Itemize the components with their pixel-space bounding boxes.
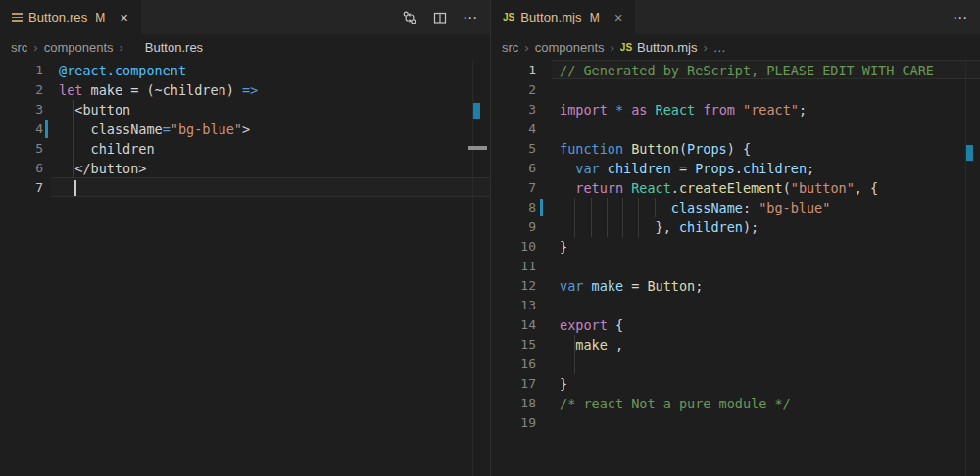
code-line[interactable]: 3 <button [0, 100, 490, 119]
tab-title: Button.res [28, 10, 87, 24]
text-cursor [74, 180, 76, 196]
code-text: export { [560, 315, 623, 335]
line-number: 2 [491, 80, 536, 100]
breadcrumb-folder[interactable]: src [502, 40, 518, 55]
code-line[interactable]: 15 make , [491, 335, 980, 355]
code-line[interactable]: 14export { [491, 315, 980, 335]
code-text: </button> [59, 159, 146, 178]
indent-guide [574, 355, 575, 374]
code-line[interactable]: 5 children [0, 139, 490, 159]
code-text: @react.component [59, 61, 186, 80]
code-line[interactable]: 18/* react Not a pure module */ [491, 394, 980, 413]
code-line[interactable]: 16 [491, 355, 980, 374]
javascript-file-icon: JS [620, 42, 632, 53]
code-line[interactable]: 4 className="bg-blue"> [0, 119, 490, 139]
code-text: className="bg-blue"> [59, 119, 250, 139]
line-number: 2 [0, 80, 43, 100]
code-line[interactable]: 6 var children = Props.children; [491, 159, 980, 178]
code-line[interactable]: 9 }, children); [491, 217, 980, 237]
line-number: 7 [0, 178, 43, 198]
breadcrumb-left: src › components › Button.res [0, 34, 490, 61]
code-text: } [560, 374, 567, 394]
modified-badge: M [590, 11, 600, 24]
line-number: 6 [491, 159, 536, 178]
line-number: 6 [0, 159, 43, 178]
chevron-right-icon: › [524, 40, 528, 55]
code-line[interactable]: 12var make = Button; [491, 276, 980, 296]
line-number: 13 [491, 296, 536, 315]
line-number: 14 [491, 315, 536, 335]
line-number: 7 [491, 178, 536, 198]
line-number: 5 [0, 139, 43, 159]
vscode-editor-area: Button.res M × ⋯ [0, 0, 980, 476]
tab-strip-right: JS Button.mjs M × ⋯ [491, 0, 980, 34]
modified-overview-marker [473, 103, 480, 119]
chevron-right-icon: › [120, 40, 123, 55]
line-number: 1 [0, 61, 43, 80]
editor-group-left: Button.res M × ⋯ [0, 0, 490, 476]
code-text: var make = Button; [560, 276, 703, 296]
code-line[interactable]: 2 [491, 80, 980, 100]
code-line[interactable]: 3import * as React from "react"; [491, 100, 980, 119]
cursor-overview-marker [468, 146, 487, 150]
code-line[interactable]: 10} [491, 237, 980, 257]
line-number: 3 [0, 100, 43, 119]
code-line[interactable]: 5function Button(Props) { [491, 139, 980, 159]
code-line[interactable]: 7 return React.createElement("button", { [491, 178, 980, 198]
modified-badge: M [95, 11, 105, 24]
code-line[interactable]: 13 [491, 296, 980, 315]
code-line[interactable]: 19 [491, 413, 980, 433]
code-line[interactable]: 2let make = (~children) => [0, 80, 490, 100]
line-number: 15 [491, 335, 536, 355]
more-actions-icon[interactable]: ⋯ [953, 9, 968, 26]
file-icon [129, 43, 140, 52]
line-number: 4 [491, 119, 536, 139]
code-text: // Generated by ReScript, PLEASE EDIT WI… [560, 61, 934, 80]
breadcrumb-folder[interactable]: components [535, 40, 605, 55]
code-editor-rescript[interactable]: 1@react.component2let make = (~children)… [0, 61, 490, 476]
open-changes-icon[interactable] [402, 10, 417, 25]
code-line[interactable]: 8 className: "bg-blue" [491, 198, 980, 217]
breadcrumb-folder[interactable]: src [11, 40, 27, 55]
code-line[interactable]: 17} [491, 374, 980, 394]
modified-overview-marker [966, 145, 973, 161]
line-number: 11 [491, 257, 536, 276]
more-actions-icon[interactable]: ⋯ [463, 9, 478, 26]
editor-group-right: JS Button.mjs M × ⋯ src › components › J… [490, 0, 980, 476]
line-number: 18 [491, 394, 536, 413]
code-text: } [560, 237, 567, 257]
line-number: 16 [491, 355, 536, 374]
code-line[interactable]: 11 [491, 257, 980, 276]
split-editor-icon[interactable] [432, 10, 448, 25]
overview-ruler [965, 61, 966, 476]
code-line[interactable]: 4 [491, 119, 980, 139]
code-line[interactable]: 7 [0, 178, 490, 198]
tab-button-res[interactable]: Button.res M × [0, 0, 142, 34]
line-number: 3 [491, 100, 536, 119]
code-line[interactable]: 6 </button> [0, 159, 490, 178]
code-text: <button [59, 100, 130, 119]
code-text: children [59, 139, 155, 159]
line-number: 8 [491, 198, 536, 217]
editor-actions-right: ⋯ [953, 0, 968, 34]
line-number: 10 [491, 237, 536, 257]
close-icon[interactable]: × [612, 9, 626, 25]
code-text: import * as React from "react"; [560, 100, 807, 119]
line-number: 9 [491, 217, 536, 237]
line-number: 1 [491, 61, 536, 80]
line-number: 4 [0, 119, 43, 139]
breadcrumb-file[interactable]: Button.res [145, 40, 203, 55]
code-line[interactable]: 1@react.component [0, 61, 490, 80]
code-text: let make = (~children) => [59, 80, 258, 100]
code-editor-javascript[interactable]: 1// Generated by ReScript, PLEASE EDIT W… [491, 61, 980, 476]
close-icon[interactable]: × [117, 9, 131, 25]
code-text: }, children); [560, 217, 759, 237]
breadcrumb-file[interactable]: Button.mjs [637, 40, 697, 55]
breadcrumb-symbol-ellipsis[interactable]: … [713, 40, 726, 55]
chevron-right-icon: › [704, 40, 708, 55]
line-number: 17 [491, 374, 536, 394]
code-line[interactable]: 1// Generated by ReScript, PLEASE EDIT W… [491, 61, 980, 80]
tab-button-mjs[interactable]: JS Button.mjs M × [491, 0, 636, 34]
line-number: 5 [491, 139, 536, 159]
breadcrumb-folder[interactable]: components [44, 40, 114, 55]
